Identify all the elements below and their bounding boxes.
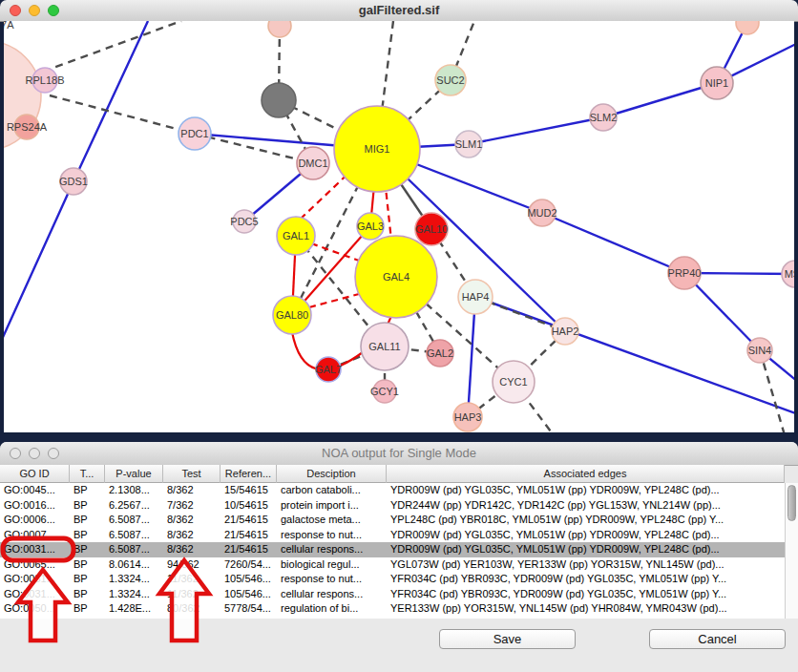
node-label-MIG1: MIG1 (365, 143, 390, 155)
table-cell[interactable]: 21/54615 (220, 513, 277, 528)
table-cell[interactable]: BP (70, 542, 105, 557)
network-window-titlebar[interactable]: galFiltered.sif (0, 0, 798, 22)
table-cell[interactable]: 105/546... (220, 572, 277, 587)
table-cell[interactable]: 8/362 (163, 513, 220, 528)
table-cell[interactable]: BP (70, 587, 105, 602)
table-cell[interactable]: YDR009W (pd) YGL035C, YML051W (pp) YDR00… (387, 528, 785, 543)
node-label-HAP4: HAP4 (462, 291, 490, 303)
table-cell[interactable]: GO:0016... (0, 498, 70, 514)
table-row[interactable]: GO:0006...BP6.5087...8/36221/54615galact… (0, 513, 785, 528)
table-cell[interactable]: YGL073W (pd) YER103W, YER133W (pp) YOR31… (387, 557, 785, 573)
node-label-MUD2: MUD2 (527, 207, 556, 219)
table-row[interactable]: GO:0065...BP8.0614...94/3627260/54...bio… (0, 557, 785, 573)
table-cell[interactable]: 6.2567... (105, 498, 163, 514)
network-graph: RPL17ARPL18BRPS24AGDS1PDC1MIG1DMC1SUC2SL… (4, 21, 794, 432)
table-cell[interactable]: protein import i... (277, 498, 387, 514)
table-cell[interactable]: BP (70, 557, 105, 573)
table-cell[interactable]: carbon cataboli... (277, 483, 387, 498)
cancel-button[interactable]: Cancel (649, 629, 786, 649)
table-cell[interactable]: 11/362 (163, 572, 220, 587)
table-cell[interactable]: BP (70, 498, 105, 514)
table-cell[interactable]: GO:0065... (0, 557, 70, 573)
table-cell[interactable]: GO:0045... (0, 483, 70, 498)
table-cell[interactable]: 94/362 (163, 557, 220, 573)
column-header-desciption[interactable]: Desciption (277, 465, 387, 483)
table-cell[interactable]: GO:0031... (0, 587, 70, 602)
table-cell[interactable]: 6.5087... (105, 513, 163, 528)
table-cell[interactable]: response to nut... (277, 572, 387, 587)
table-cell[interactable]: 21/54615 (220, 528, 277, 543)
graph-edge (603, 83, 717, 117)
column-header-referen-[interactable]: Referen... (220, 465, 277, 483)
table-cell[interactable]: 21/54615 (220, 542, 277, 557)
table-cell[interactable]: BP (70, 572, 105, 587)
table-row[interactable]: GO:0031...BP1.3324...11/362105/546...cel… (0, 587, 785, 602)
node-label-CYC1: CYC1 (499, 376, 527, 388)
table-cell[interactable]: galactose meta... (277, 513, 387, 528)
column-header-associated-edges[interactable]: Associated edges (387, 465, 785, 483)
table-cell[interactable]: YER133W (pp) YOR315W, YNL145W (pd) YHR08… (387, 601, 785, 617)
table-cell[interactable]: biological regul... (277, 557, 387, 573)
table-cell[interactable]: 6.5087... (105, 542, 163, 557)
network-canvas[interactable]: RPL17ARPL18BRPS24AGDS1PDC1MIG1DMC1SUC2SL… (4, 21, 794, 432)
table-row[interactable]: GO:0031...BP6.5087...8/36221/54615cellul… (0, 542, 785, 557)
node-label-PDC1: PDC1 (180, 128, 208, 139)
table-cell[interactable]: 2.1308... (105, 483, 163, 498)
vertical-scrollbar[interactable] (785, 483, 798, 619)
table-cell[interactable]: GO:0031... (0, 542, 70, 557)
node-label-PDC5: PDC5 (230, 216, 258, 227)
screen: { "window_network": { "title": "galFilte… (0, 0, 798, 672)
table-cell[interactable]: BP (70, 528, 105, 543)
table-cell[interactable]: 1.428E... (105, 601, 163, 617)
table-cell[interactable]: BP (70, 513, 105, 528)
table-cell[interactable]: 1.3324... (105, 572, 163, 587)
table-cell[interactable]: GO:0050... (0, 601, 70, 617)
noa-window-titlebar[interactable]: NOA output for Single Mode (0, 442, 798, 466)
node-unlabeled[interactable] (736, 21, 759, 34)
table-cell[interactable]: 8.0614... (105, 557, 163, 573)
table-cell[interactable]: BP (70, 483, 105, 498)
column-header-t-[interactable]: T... (70, 465, 105, 483)
table-cell[interactable]: 8/362 (163, 483, 220, 498)
noa-window: NOA output for Single Mode GO IDT...P-va… (0, 442, 798, 672)
table-cell[interactable]: 6.5087... (105, 528, 163, 543)
table-cell[interactable]: GO:0006... (0, 513, 70, 528)
table-cell[interactable]: 7/362 (163, 498, 220, 514)
table-cell[interactable]: 80/362 (163, 601, 220, 617)
table-cell[interactable]: GO:0031... (0, 572, 70, 587)
table-cell[interactable]: 105/546... (220, 587, 277, 602)
save-button[interactable]: Save (439, 629, 576, 649)
table-cell[interactable]: 5778/54... (220, 601, 277, 617)
table-cell[interactable]: 11/362 (163, 587, 220, 602)
table-cell[interactable]: GO:0007... (0, 528, 70, 543)
node-unlabeled[interactable] (268, 21, 291, 37)
node-unlabeled[interactable] (262, 83, 296, 117)
column-header-p-value[interactable]: P-value (105, 465, 163, 483)
node-label-GDS1: GDS1 (59, 176, 88, 187)
column-header-go-id[interactable]: GO ID (0, 465, 70, 483)
table-cell[interactable]: 1.3324... (105, 587, 163, 602)
table-cell[interactable]: BP (70, 601, 105, 617)
table-cell[interactable]: YDR009W (pd) YGL035C, YML051W (pp) YDR00… (387, 542, 785, 557)
table-cell[interactable]: 15/54615 (220, 483, 277, 498)
table-cell[interactable]: YDR009W (pd) YGL035C, YML051W (pp) YDR00… (387, 483, 785, 498)
table-cell[interactable]: cellular respons... (277, 542, 387, 557)
column-header-test[interactable]: Test (163, 465, 220, 483)
table-row[interactable]: GO:0007...BP6.5087...8/36221/54615respon… (0, 528, 785, 543)
table-row[interactable]: GO:0050...BP1.428E...80/3625778/54...reg… (0, 601, 785, 617)
table-row[interactable]: GO:0031...BP1.3324...11/362105/546...res… (0, 572, 785, 587)
table-cell[interactable]: 7260/54... (220, 557, 277, 573)
table-cell[interactable]: regulation of bi... (277, 601, 387, 617)
table-cell[interactable]: YFR034C (pd) YBR093C, YDR009W (pd) YGL03… (387, 572, 785, 587)
scrollbar-thumb[interactable] (788, 485, 796, 521)
table-cell[interactable]: 10/54615 (220, 498, 277, 514)
table-cell[interactable]: 8/362 (163, 542, 220, 557)
table-row[interactable]: GO:0045...BP2.1308...8/36215/54615carbon… (0, 483, 785, 498)
table-cell[interactable]: response to nut... (277, 528, 387, 543)
table-cell[interactable]: cellular respons... (277, 587, 387, 602)
table-cell[interactable]: 8/362 (163, 528, 220, 543)
table-cell[interactable]: YDR244W (pp) YDR142C, YDR142C (pp) YGL15… (387, 498, 785, 514)
table-cell[interactable]: YPL248C (pd) YBR018C, YML051W (pp) YDR00… (387, 513, 785, 528)
table-cell[interactable]: YFR034C (pd) YBR093C, YDR009W (pd) YGL03… (387, 587, 785, 602)
table-row[interactable]: GO:0016...BP6.2567...7/36210/54615protei… (0, 498, 785, 514)
